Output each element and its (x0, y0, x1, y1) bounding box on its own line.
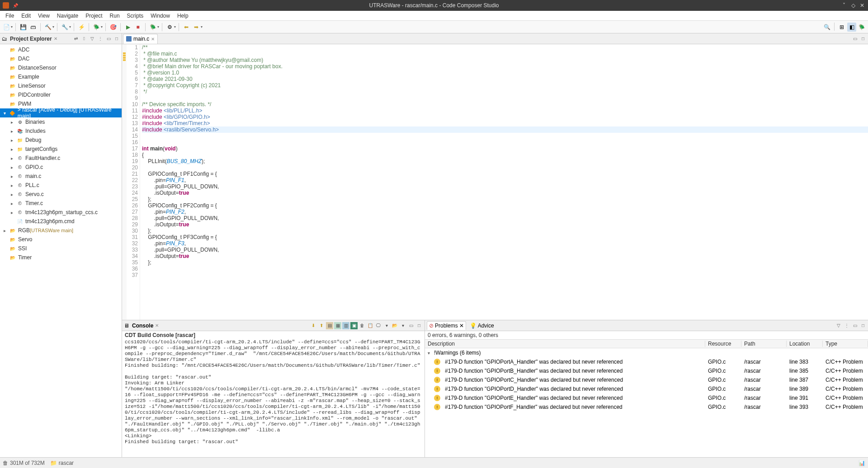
code-content[interactable]: /** * @file main.c * @author Matthew Yu … (140, 44, 868, 320)
pin-icon[interactable]: 📌 (13, 3, 18, 8)
tree-item[interactable]: 📂DAC (0, 54, 122, 63)
code-editor[interactable]: 1234567891011121314151617181920212223242… (122, 44, 868, 320)
tree-item[interactable]: ▸©PLL.c (0, 181, 122, 190)
menu-edit[interactable]: Edit (18, 12, 34, 20)
menu-view[interactable]: View (34, 12, 53, 20)
active-project[interactable]: 📁rascar (50, 460, 74, 466)
col-location[interactable]: Location (787, 341, 823, 347)
editor-maximize-button[interactable]: □ (860, 36, 866, 42)
menu-navigate[interactable]: Navigate (53, 12, 82, 20)
clear-console-button[interactable]: 🗑 (359, 322, 366, 329)
tree-item[interactable]: ▸©FaultHandler.c (0, 154, 122, 163)
console-settings4-button[interactable]: ▣ (350, 322, 358, 329)
close-problems-button[interactable]: ✕ (459, 323, 464, 329)
new-button[interactable]: 📄 (2, 23, 11, 32)
problem-row[interactable]: !#179-D function "GPIOPortC_Handler" was… (425, 375, 868, 384)
save-button[interactable]: 💾 (19, 23, 28, 32)
wrench-button[interactable]: 🔧 (60, 23, 69, 32)
advice-tab[interactable]: 💡 Advice (468, 322, 496, 330)
close-button[interactable]: ✕ (858, 1, 866, 9)
tree-item[interactable]: ▸📚Includes (0, 126, 122, 136)
close-tab-button[interactable]: ✕ (151, 37, 155, 42)
problems-min-button[interactable]: ▭ (852, 323, 858, 329)
problems-filter-button[interactable]: ▽ (835, 323, 842, 329)
editor-tab-main[interactable]: main.c ✕ (123, 34, 158, 44)
flash-button[interactable]: ⚡ (77, 23, 86, 32)
problem-row[interactable]: !#179-D function "GPIOPortF_Handler" was… (425, 402, 868, 412)
col-resource[interactable]: Resource (705, 341, 741, 347)
console-settings3-button[interactable]: ▥ (342, 322, 349, 329)
col-description[interactable]: Description (425, 341, 705, 347)
debug-button[interactable]: 🪲 (92, 23, 101, 32)
console-settings1-button[interactable]: ▤ (326, 322, 333, 329)
problems-menu-button[interactable]: ⋮ (844, 323, 850, 329)
console-settings2-button[interactable]: ▦ (334, 322, 341, 329)
tree-item[interactable]: ▸©GPIO.c (0, 163, 122, 172)
pin-console-button[interactable]: ⬆ (318, 322, 325, 329)
problem-row[interactable]: !#179-D function "GPIOPortE_Handler" was… (425, 393, 868, 402)
bug-config-button[interactable]: 🪲 (148, 23, 157, 32)
tree-item[interactable]: 📂DistanceSensor (0, 63, 122, 72)
menu-help[interactable]: Help (174, 12, 192, 20)
menu-window[interactable]: Window (147, 12, 174, 20)
save-all-button[interactable]: 🗃 (28, 23, 38, 32)
problems-tab[interactable]: ⊘ Problems ✕ (427, 321, 466, 330)
console-min-button[interactable]: ▭ (407, 322, 415, 329)
tree-item[interactable]: 📂Example (0, 72, 122, 81)
warnings-group[interactable]: ▾!Warnings (6 items) (425, 348, 868, 357)
close-view-button[interactable]: ✕ (54, 36, 57, 41)
play-button[interactable]: ▶ (123, 23, 132, 32)
new-console-button[interactable]: 📋 (367, 322, 374, 329)
menu-run[interactable]: Run (106, 12, 123, 20)
scroll-lock-button[interactable]: ⬇ (310, 322, 317, 329)
ccs-perspective-button[interactable]: ◧ (847, 23, 856, 32)
stop-button[interactable]: ■ (133, 23, 142, 32)
menu-project[interactable]: Project (82, 12, 106, 20)
maximize-button[interactable]: ◇ (849, 1, 857, 9)
console-output[interactable]: ccs1020/ccs/tools/compiler/ti-cgt-arm_20… (122, 339, 425, 457)
col-type[interactable]: Type (823, 341, 868, 347)
tree-item[interactable]: 📄tm4c123gh6pm.cmd (0, 217, 122, 226)
view-menu-button[interactable]: ⋮ (97, 36, 104, 42)
tree-item[interactable]: ▸📁targetConfigs (0, 145, 122, 154)
heap-status[interactable]: 🗑301M of 732M (3, 460, 45, 466)
problems-table-body[interactable]: ▾!Warnings (6 items)!#179-D function "GP… (425, 348, 868, 457)
tree-item[interactable]: ▸©main.c (0, 172, 122, 181)
tree-item[interactable]: 📂Servo (0, 235, 122, 244)
close-console-button[interactable]: ✕ (155, 323, 159, 328)
project-tree[interactable]: 📂ADC📂DAC📂DistanceSensor📂Example📂LineSens… (0, 44, 122, 457)
menu-scripts[interactable]: Scripts (123, 12, 147, 20)
nav-back-button[interactable]: ⬅ (182, 23, 191, 32)
search-button[interactable]: 🔍 (822, 23, 831, 32)
tree-item[interactable]: ▸©Timer.c (0, 199, 122, 208)
console-display-button[interactable]: 🖵 (375, 322, 382, 329)
tree-item[interactable]: 📂PIDController (0, 90, 122, 99)
problem-row[interactable]: !#179-D function "GPIOPortD_Handler" was… (425, 384, 868, 393)
collapse-all-button[interactable]: ⇄ (73, 36, 79, 42)
link-editor-button[interactable]: 𓃑 (81, 36, 87, 42)
debug-perspective-button[interactable]: 🪲 (857, 23, 866, 32)
tree-item[interactable]: ▸©tm4c123gh6pm_startup_ccs.c (0, 208, 122, 217)
tree-item[interactable]: ▸📁Debug (0, 136, 122, 145)
editor-minimize-button[interactable]: ▭ (852, 36, 858, 42)
menu-file[interactable]: File (2, 12, 18, 20)
col-path[interactable]: Path (741, 341, 787, 347)
tree-item[interactable]: ▾🔶> rascar [Active - Debug] [UTRASWare m… (0, 108, 122, 117)
tree-item[interactable]: 📂Timer (0, 253, 122, 262)
tree-item[interactable]: 📂ADC (0, 45, 122, 54)
build-button[interactable]: 🔨 (43, 23, 52, 32)
console-max-button[interactable]: □ (415, 322, 423, 329)
open-perspective-button[interactable]: ⊞ (837, 23, 846, 32)
settings-button[interactable]: ⚙ (165, 23, 174, 32)
maximize-view-button[interactable]: □ (113, 36, 120, 42)
nav-forward-button[interactable]: ➡ (192, 23, 201, 32)
filter-button[interactable]: ▽ (89, 36, 95, 42)
tree-item[interactable]: ▸📂RGB [UTRASWare main] (0, 226, 122, 235)
tree-item[interactable]: 📂SSI (0, 244, 122, 253)
problem-row[interactable]: !#179-D function "GPIOPortB_Handler" was… (425, 366, 868, 375)
target-button[interactable]: 🎯 (108, 23, 118, 32)
tree-item[interactable]: 📂LineSensor (0, 81, 122, 90)
open-console-button[interactable]: 📂 (391, 322, 398, 329)
problem-row[interactable]: !#179-D function "GPIOPortA_Handler" was… (425, 357, 868, 366)
problems-max-button[interactable]: □ (860, 323, 866, 329)
